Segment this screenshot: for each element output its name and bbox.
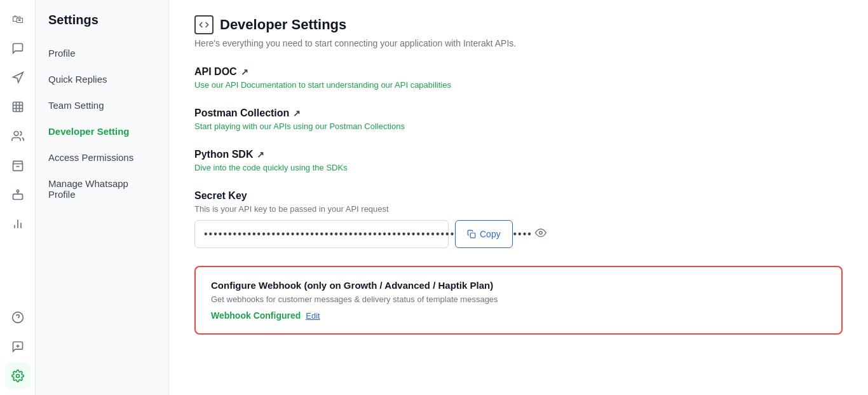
sidebar-item-team-setting[interactable]: Team Setting xyxy=(36,92,168,118)
shopping-bag-icon[interactable]: 🛍 xyxy=(5,6,31,32)
people-icon[interactable] xyxy=(5,123,31,149)
sidebar: Settings Profile Quick Replies Team Sett… xyxy=(36,0,169,395)
icon-bar: 🛍 xyxy=(0,0,36,395)
sidebar-title: Settings xyxy=(36,13,168,40)
bot-icon[interactable] xyxy=(5,182,31,207)
secret-key-input[interactable]: ••••••••••••••••••••••••••••••••••••••••… xyxy=(194,220,449,248)
webhook-configured-label: Webhook Configured xyxy=(211,310,301,321)
main-content: Developer Settings Here's everything you… xyxy=(169,0,868,395)
svg-rect-13 xyxy=(470,233,475,238)
secret-key-row: ••••••••••••••••••••••••••••••••••••••••… xyxy=(194,220,843,248)
sidebar-item-manage-whatsapp-profile[interactable]: Manage Whatsapp Profile xyxy=(36,170,168,207)
help-icon[interactable] xyxy=(5,305,31,330)
settings-icon[interactable] xyxy=(5,363,31,389)
svg-point-12 xyxy=(539,232,543,235)
python-external-link-icon[interactable]: ↗ xyxy=(257,149,264,160)
svg-point-11 xyxy=(16,375,19,378)
api-doc-title: API DOC ↗ xyxy=(194,66,843,78)
table-icon[interactable] xyxy=(5,94,31,120)
sidebar-item-developer-setting[interactable]: Developer Setting xyxy=(36,118,168,144)
page-subtitle: Here's everything you need to start conn… xyxy=(194,38,843,48)
python-sdk-desc: Dive into the code quickly using the SDK… xyxy=(194,163,843,172)
webhook-title: Configure Webhook (only on Growth / Adva… xyxy=(211,280,826,291)
page-title: Developer Settings xyxy=(220,17,346,33)
copy-button[interactable]: Copy xyxy=(455,220,513,248)
api-doc-desc: Use our API Documentation to start under… xyxy=(194,80,843,90)
python-sdk-title: Python SDK ↗ xyxy=(194,149,843,160)
add-chat-icon[interactable] xyxy=(5,334,31,359)
webhook-edit-link[interactable]: Edit xyxy=(306,311,320,321)
api-doc-section: API DOC ↗ Use our API Documentation to s… xyxy=(194,66,843,90)
webhook-box: Configure Webhook (only on Growth / Adva… xyxy=(194,266,843,335)
toggle-visibility-button[interactable] xyxy=(532,226,549,242)
page-header: Developer Settings xyxy=(194,15,843,34)
svg-point-1 xyxy=(14,132,18,136)
secret-key-desc: This is your API key to be passed in you… xyxy=(194,204,843,214)
postman-desc: Start playing with our APIs using our Po… xyxy=(194,121,843,131)
developer-settings-icon xyxy=(194,15,214,34)
secret-key-section: Secret Key This is your API key to be pa… xyxy=(194,190,843,248)
chart-icon[interactable] xyxy=(5,211,31,237)
megaphone-icon[interactable] xyxy=(5,65,31,90)
postman-collection-title: Postman Collection ↗ xyxy=(194,107,843,119)
svg-rect-2 xyxy=(13,194,22,199)
webhook-desc: Get webhooks for customer messages & del… xyxy=(211,295,826,304)
sidebar-item-profile[interactable]: Profile xyxy=(36,40,168,66)
secret-key-title: Secret Key xyxy=(194,190,843,202)
sidebar-item-quick-replies[interactable]: Quick Replies xyxy=(36,66,168,92)
chat-icon[interactable] xyxy=(5,36,31,61)
svg-point-3 xyxy=(17,190,18,192)
shop-icon[interactable] xyxy=(5,153,31,178)
webhook-status-row: Webhook Configured Edit xyxy=(211,310,826,321)
python-sdk-section: Python SDK ↗ Dive into the code quickly … xyxy=(194,149,843,172)
sidebar-item-access-permissions[interactable]: Access Permissions xyxy=(36,144,168,170)
postman-external-link-icon[interactable]: ↗ xyxy=(293,108,301,118)
postman-collection-section: Postman Collection ↗ Start playing with … xyxy=(194,107,843,131)
svg-rect-0 xyxy=(13,102,22,112)
api-doc-external-link-icon[interactable]: ↗ xyxy=(241,67,248,77)
